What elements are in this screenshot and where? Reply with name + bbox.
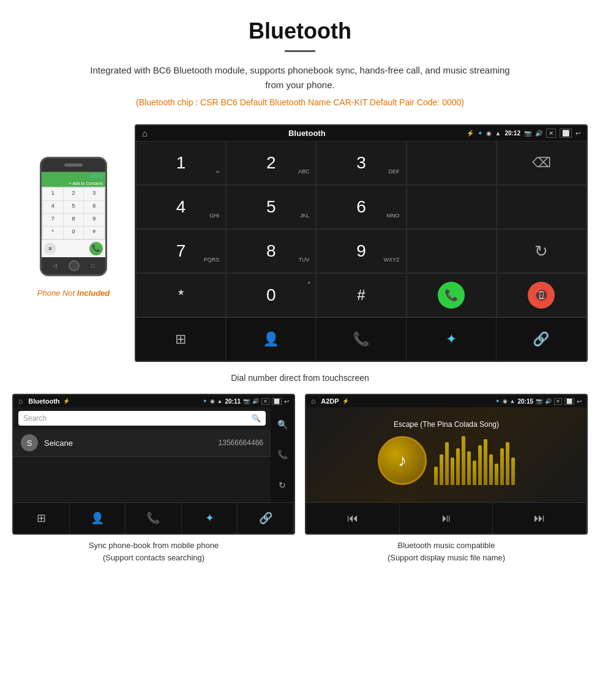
dialer-key-9[interactable]: 9WXYZ — [316, 229, 406, 273]
music-play-pause-btn[interactable]: ⏯ — [400, 503, 493, 533]
pb-home-icon[interactable]: ⌂ — [18, 397, 23, 405]
pb-back-icon[interactable]: ↩ — [284, 398, 289, 405]
dialer-key-2[interactable]: 2ABC — [226, 141, 316, 185]
window-icon[interactable]: ⬜ — [560, 129, 572, 138]
phone-screen-header: MOTO — [42, 172, 105, 180]
call-green-button[interactable]: 📞 — [438, 282, 465, 309]
phone-call-icon: 📞 — [89, 242, 103, 255]
pb-cam-icon[interactable]: 📷 — [243, 398, 250, 404]
eq-bar — [445, 442, 449, 485]
music-vol-icon[interactable]: 🔊 — [545, 398, 552, 404]
phonebook-caption: Sync phone-book from mobile phone (Suppo… — [12, 540, 295, 563]
music-cam-icon[interactable]: 📷 — [536, 398, 542, 404]
music-time: 20:15 — [517, 398, 533, 405]
dialer-key-6[interactable]: 6MNO — [316, 185, 406, 229]
phone-included-text: Included — [77, 288, 110, 298]
dialer-key-5[interactable]: 5JKL — [226, 185, 316, 229]
main-caption: Dial number direct from touchscreen — [231, 373, 369, 383]
volume-icon[interactable]: 🔊 — [535, 130, 542, 137]
usb-icon: ⚡ — [467, 130, 474, 137]
bottom-apps-icon[interactable]: ⊞ — [136, 318, 226, 361]
camera-icon[interactable]: 📷 — [524, 130, 531, 137]
pb-win-icon[interactable]: ⬜ — [272, 398, 282, 405]
pb-contact-row[interactable]: S Seicane 13566664466 — [13, 429, 271, 457]
bottom-phone-icon[interactable]: 📞 — [316, 318, 406, 361]
wifi-icon: ▲ — [495, 130, 501, 137]
phone-key-star: * — [43, 227, 63, 239]
music-home-icon[interactable]: ⌂ — [311, 397, 315, 405]
dialer-key-hash[interactable]: # — [316, 273, 406, 317]
pb-search-bar[interactable]: Search 🔍 — [18, 411, 266, 426]
phone-key-4: 4 — [43, 201, 63, 213]
pb-contact-avatar: S — [21, 434, 38, 451]
car-screen-large: ⌂ Bluetooth ⚡ ✦ ◉ ▲ 20:12 📷 🔊 ✕ ⬜ ↩ — [135, 124, 588, 362]
pb-btn-apps[interactable]: ⊞ — [13, 503, 70, 533]
top-section: )))) ✦ MOTO + Add to Contacts 1 2 — [12, 124, 588, 362]
location-icon: ◉ — [486, 130, 492, 137]
pb-btn-bluetooth[interactable]: ✦ — [182, 503, 238, 533]
pb-bottom-bar: ⊞ 👤 📞 ✦ 🔗 — [13, 502, 294, 533]
dialer-key-7[interactable]: 7PQRS — [136, 229, 226, 273]
dialer-cell-empty-2 — [407, 185, 497, 229]
eq-bar — [451, 457, 454, 485]
pb-right-phone-icon[interactable]: 📞 — [277, 450, 288, 459]
eq-bar — [462, 436, 465, 485]
music-next-btn[interactable]: ⏭ — [493, 503, 587, 533]
music-album-area: ♪ — [378, 436, 515, 485]
pb-right-icons: 🔍 📞 ↻ — [271, 407, 294, 502]
music-x-icon[interactable]: ✕ — [554, 398, 562, 405]
music-back-icon[interactable]: ↩ — [577, 398, 582, 405]
bottom-contacts-icon[interactable]: 👤 — [226, 318, 316, 361]
dialer-key-1[interactable]: 1∞ — [136, 141, 226, 185]
pb-status-bar: ⌂ Bluetooth ⚡ ✦ ◉ ▲ 20:11 📷 🔊 ✕ ⬜ ↩ — [13, 395, 294, 407]
music-prev-btn[interactable]: ⏮ — [306, 503, 400, 533]
eq-bar — [467, 451, 471, 485]
phone-key-6: 6 — [84, 201, 104, 213]
phone-back-icon: ◁ — [53, 263, 57, 269]
phonebook-screen: ⌂ Bluetooth ⚡ ✦ ◉ ▲ 20:11 📷 🔊 ✕ ⬜ ↩ — [12, 394, 295, 535]
eq-bar — [456, 448, 460, 485]
bottom-bluetooth-icon[interactable]: ✦ — [407, 318, 497, 361]
phone-key-3: 3 — [84, 188, 104, 200]
bt-icon: ✦ — [478, 130, 482, 137]
phone-call-bar: ≡ 📞 — [42, 240, 105, 257]
pb-vol-icon[interactable]: 🔊 — [252, 398, 259, 404]
pb-right-search-icon[interactable]: 🔍 — [277, 420, 288, 429]
music-loc-icon: ◉ — [503, 398, 508, 404]
dialer-key-star[interactable]: * — [136, 273, 226, 317]
x-icon[interactable]: ✕ — [546, 129, 556, 138]
pb-btn-link[interactable]: 🔗 — [238, 503, 294, 533]
status-title-large: Bluetooth — [288, 129, 326, 138]
bluetooth-specs: (Bluetooth chip : CSR BC6 Default Blueto… — [12, 97, 588, 107]
phone-add-contacts: + Add to Contacts — [42, 180, 105, 187]
dialer-key-3[interactable]: 3DEF — [316, 141, 406, 185]
home-icon[interactable]: ⌂ — [142, 128, 148, 138]
music-win-icon[interactable]: ⬜ — [564, 398, 574, 405]
phone-not-included: Phone Not Included — [37, 288, 110, 298]
music-controls-bar: ⏮ ⏯ ⏭ — [306, 502, 587, 533]
pb-x-icon[interactable]: ✕ — [261, 398, 269, 405]
music-screen: ⌂ A2DP ⚡ ✦ ◉ ▲ 20:15 📷 🔊 ✕ ⬜ ↩ — [305, 394, 588, 535]
dialer-key-0[interactable]: 0+ — [226, 273, 316, 317]
dialer-call-red[interactable]: 📵 — [497, 273, 587, 317]
phone-brand: MOTO — [90, 174, 103, 178]
dialer-key-4[interactable]: 4GHI — [136, 185, 226, 229]
pb-search-icon: 🔍 — [252, 414, 261, 423]
phone-container: )))) ✦ MOTO + Add to Contacts 1 2 — [31, 149, 116, 284]
pb-btn-contacts[interactable]: 👤 — [70, 503, 126, 533]
dialer-key-8[interactable]: 8TUV — [226, 229, 316, 273]
pb-title: Bluetooth — [28, 397, 59, 405]
pb-time: 20:11 — [225, 398, 241, 405]
pb-right-refresh-icon[interactable]: ↻ — [279, 480, 286, 490]
dialer-backspace[interactable]: ⌫ — [497, 141, 587, 185]
back-icon[interactable]: ↩ — [576, 130, 580, 137]
call-red-button[interactable]: 📵 — [528, 282, 555, 309]
pb-bt-icon: ✦ — [203, 398, 208, 404]
dialer-refresh[interactable]: ↻ — [497, 229, 587, 273]
phone-key-hash: # — [84, 227, 104, 239]
pb-btn-phone[interactable]: 📞 — [126, 503, 182, 533]
music-note-icon: ♪ — [398, 451, 407, 470]
dialer-call-green[interactable]: 📞 — [407, 273, 497, 317]
pb-status-right: ✦ ◉ ▲ 20:11 📷 🔊 ✕ ⬜ ↩ — [203, 398, 290, 405]
bottom-link-icon[interactable]: 🔗 — [497, 318, 587, 361]
